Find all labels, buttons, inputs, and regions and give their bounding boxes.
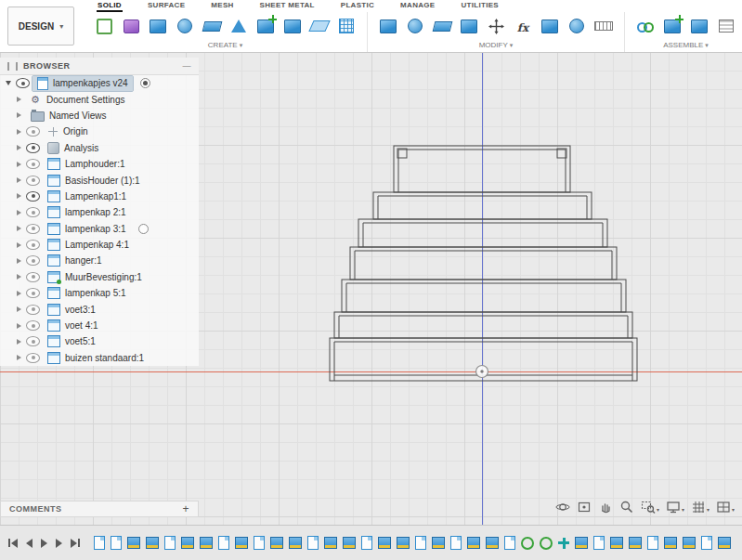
chevron-icon[interactable]: [17, 145, 21, 150]
chevron-icon[interactable]: [17, 129, 21, 135]
tab-sheet-metal[interactable]: SHEET METAL: [259, 0, 316, 12]
timeline-feature-icon[interactable]: [94, 536, 105, 550]
display-settings-icon[interactable]: [666, 499, 684, 515]
chevron-icon[interactable]: [17, 355, 21, 360]
visibility-eye-icon[interactable]: [26, 191, 40, 202]
play-button[interactable]: [38, 537, 50, 550]
timeline-feature-icon[interactable]: [378, 537, 391, 549]
timeline-feature-icon[interactable]: [647, 536, 658, 550]
browser-item-lampenkap-2-1[interactable]: lampenkap 2:1: [0, 204, 199, 220]
timeline-feature-icon[interactable]: [432, 537, 445, 549]
chevron-icon[interactable]: [17, 242, 21, 248]
timeline-feature-icon[interactable]: [486, 537, 499, 549]
zoom-icon[interactable]: [619, 500, 634, 514]
combine-icon[interactable]: [457, 13, 481, 39]
visibility-eye-icon[interactable]: [26, 159, 40, 169]
timeline-feature-icon[interactable]: [664, 537, 677, 549]
tab-solid[interactable]: SOLID: [97, 0, 123, 12]
fillet-icon[interactable]: [403, 13, 427, 39]
browser-item-analysis[interactable]: Analysis: [0, 140, 199, 156]
timeline-feature-icon[interactable]: [415, 536, 426, 550]
design-menu-button[interactable]: DESIGN: [7, 7, 74, 46]
timeline-feature-icon[interactable]: [307, 536, 319, 550]
visibility-eye-icon[interactable]: [26, 143, 40, 153]
browser-item-voet5-1[interactable]: voet5:1: [0, 333, 199, 349]
timeline-feature-icon[interactable]: [127, 537, 140, 549]
tab-mesh[interactable]: MESH: [210, 0, 234, 12]
pan-icon[interactable]: [598, 500, 613, 514]
viewport-canvas[interactable]: BROWSER — lampenkapjes v24Document Setti…: [0, 52, 742, 525]
chevron-icon[interactable]: [6, 81, 11, 85]
browser-item-document-settings[interactable]: Document Settings: [0, 91, 199, 107]
browser-item-lamphouder-1[interactable]: Lamphouder:1: [0, 156, 199, 172]
timeline-feature-icon[interactable]: [701, 536, 712, 550]
timeline-feature-icon[interactable]: [450, 536, 462, 550]
insert-derive-icon[interactable]: [633, 13, 657, 39]
group-dropdown-create[interactable]: CREATE: [92, 40, 358, 52]
timeline-feature-icon[interactable]: [343, 537, 356, 549]
tab-surface[interactable]: SURFACE: [147, 0, 186, 12]
timeline-feature-icon[interactable]: [164, 536, 176, 550]
browser-collapse-button[interactable]: —: [183, 61, 192, 71]
visibility-eye-icon[interactable]: [26, 240, 40, 250]
timeline-feature-icon[interactable]: [254, 536, 265, 550]
dropdown-caret-icon[interactable]: [732, 499, 735, 515]
visibility-eye-icon[interactable]: [16, 78, 30, 88]
chevron-icon[interactable]: [17, 226, 21, 231]
skip-to-start-button[interactable]: [6, 537, 20, 550]
tab-plastic[interactable]: PLASTIC: [340, 0, 375, 12]
browser-item-lampenkapjes-v24[interactable]: lampenkapjes v24: [0, 75, 199, 91]
timeline-feature-icon[interactable]: [718, 537, 731, 549]
timeline-feature-icon[interactable]: [558, 538, 569, 549]
measure-icon[interactable]: [592, 13, 616, 39]
timeline-feature-icon[interactable]: [629, 537, 642, 549]
timeline-feature-icon[interactable]: [397, 537, 410, 549]
browser-item-named-views[interactable]: Named Views: [0, 108, 199, 124]
timeline-feature-icon[interactable]: [270, 537, 283, 549]
chevron-icon[interactable]: [17, 210, 21, 215]
tab-utilities[interactable]: UTILITIES: [460, 0, 499, 12]
browser-item-buizen-standaard-1[interactable]: buizen standaard:1: [0, 350, 199, 366]
timeline-feature-icon[interactable]: [521, 537, 534, 550]
chevron-icon[interactable]: [17, 306, 21, 312]
chevron-icon[interactable]: [17, 112, 21, 118]
timeline-feature-icon[interactable]: [610, 537, 623, 549]
extrude-icon[interactable]: [146, 13, 170, 39]
new-component-icon[interactable]: [660, 13, 684, 39]
visibility-eye-icon[interactable]: [26, 353, 40, 363]
orbit-icon[interactable]: [555, 500, 570, 514]
visibility-eye-icon[interactable]: [26, 126, 40, 137]
pattern-icon[interactable]: [334, 13, 358, 39]
revolve-icon[interactable]: [173, 13, 197, 39]
skip-to-end-button[interactable]: [68, 537, 83, 550]
chevron-icon[interactable]: [17, 323, 21, 329]
timeline-feature-icon[interactable]: [575, 537, 588, 549]
visibility-eye-icon[interactable]: [26, 272, 40, 282]
browser-item-lampenkap-4-1[interactable]: Lampenkap 4:1: [0, 237, 199, 253]
visibility-eye-icon[interactable]: [26, 288, 40, 298]
browser-item-origin[interactable]: Origin: [0, 124, 199, 139]
step-back-button[interactable]: [23, 537, 35, 550]
chevron-icon[interactable]: [17, 162, 21, 167]
chevron-icon[interactable]: [17, 339, 21, 345]
visibility-eye-icon[interactable]: [26, 176, 40, 186]
timeline-feature-icon[interactable]: [146, 537, 159, 549]
visibility-eye-icon[interactable]: [26, 305, 40, 315]
browser-item-basishouder-1-1[interactable]: BasisHouder (1):1: [0, 172, 199, 188]
change-parameters-icon[interactable]: [511, 13, 535, 39]
joint-icon[interactable]: [687, 13, 711, 39]
timeline-feature-icon[interactable]: [593, 536, 605, 550]
browser-item-muurbevestiging-1[interactable]: MuurBevestiging:1: [0, 269, 199, 285]
activate-component-radio[interactable]: [140, 78, 150, 88]
browser-item-voet3-1[interactable]: voet3:1: [0, 301, 199, 317]
visibility-eye-icon[interactable]: [26, 224, 40, 234]
align-icon[interactable]: [538, 13, 562, 39]
chevron-icon[interactable]: [17, 274, 21, 280]
browser-item-lampenkap-3-1[interactable]: lampenkap 3:1: [0, 221, 199, 237]
visibility-eye-icon[interactable]: [26, 336, 40, 346]
move-copy-icon[interactable]: [484, 13, 508, 39]
activate-component-radio[interactable]: [138, 224, 149, 234]
step-forward-button[interactable]: [53, 537, 65, 550]
timeline-feature-icon[interactable]: [540, 537, 553, 550]
chevron-icon[interactable]: [17, 193, 21, 199]
